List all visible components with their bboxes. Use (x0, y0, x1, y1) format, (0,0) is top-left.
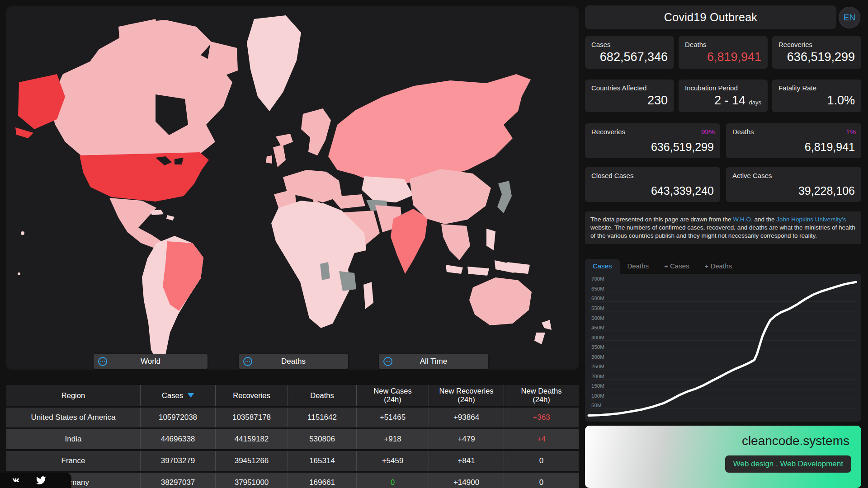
card-recoveries-pct-label: Recoveries (591, 128, 714, 136)
app-header: Covid19 Outbreak (585, 5, 836, 29)
table-row[interactable]: France3970327939451266165314+5459+8410 (6, 451, 579, 471)
tab-deaths[interactable]: Deaths (620, 259, 657, 274)
map-region-philippines[interactable] (486, 229, 495, 250)
table-cell: 0 (504, 451, 579, 471)
twitter-icon[interactable] (36, 475, 46, 485)
svg-text:300M: 300M (591, 354, 604, 360)
table-cell: +5459 (356, 451, 429, 471)
column-header: New Recoveries (24h) (429, 385, 504, 406)
map-region-brazil[interactable] (163, 241, 203, 311)
map-region-japan[interactable] (497, 181, 512, 213)
card-fatality-label: Fatality Rate (778, 84, 855, 92)
disclaimer-text-3: website. The numbers of confirmed cases,… (590, 224, 855, 239)
svg-text:550M: 550M (591, 305, 604, 311)
map-region-hawaii[interactable] (21, 231, 24, 235)
map-region-india[interactable] (391, 209, 428, 274)
card-fatality-value: 1.0% (827, 94, 855, 108)
sort-desc-icon[interactable] (188, 393, 194, 398)
table-row[interactable]: Germany38297037379510001696610+149000 (6, 473, 579, 488)
svg-text:650M: 650M (591, 286, 604, 291)
tab-new-cases[interactable]: + Cases (656, 259, 697, 274)
map-filter-world[interactable]: World (94, 354, 208, 369)
map-region-madagascar[interactable] (363, 282, 373, 309)
footer-tagline-pill[interactable]: Web design . Web Development (725, 455, 851, 473)
map-region-new-zealand[interactable] (534, 320, 552, 344)
disclaimer-text-2: and the (753, 216, 777, 223)
table-cell: 38297037 (140, 473, 215, 488)
table-cell: +363 (504, 408, 579, 427)
table-cell: India (6, 429, 140, 449)
card-incubation-unit: days (749, 99, 761, 106)
map-region-uk[interactable] (266, 145, 286, 167)
map-filter-alltime[interactable]: All Time (379, 354, 488, 369)
map-region-australia[interactable] (469, 277, 532, 325)
map-region-indonesia[interactable] (446, 260, 516, 276)
table-cell: 530806 (288, 429, 356, 449)
map-region-iceland[interactable] (276, 134, 293, 146)
map-region-mexico[interactable] (109, 198, 163, 249)
tab-cases[interactable]: Cases (585, 259, 620, 274)
svg-text:250M: 250M (591, 364, 604, 369)
john-hopkins-link[interactable]: John Hopkins University's (776, 216, 846, 223)
table-cell: 37951000 (215, 473, 288, 488)
ellipsis-circle-icon (383, 357, 392, 366)
card-closed-cases: Closed Cases 643,339,240 (585, 167, 720, 202)
table-cell: United States of America (6, 408, 140, 427)
table-cell: +918 (356, 429, 429, 449)
table-cell: 103587178 (215, 408, 288, 427)
card-deaths: Deaths 6,819,941 (679, 36, 768, 69)
column-header: Deaths (288, 385, 356, 406)
table-cell: 169661 (288, 473, 356, 488)
card-closed-value: 643,339,240 (651, 184, 714, 197)
column-header: New Deaths (24h) (504, 385, 579, 406)
card-recoveries-percent: Recoveries 99% 636,519,299 (585, 123, 720, 158)
table-row[interactable]: United States of America1059720381035871… (6, 408, 579, 427)
table-cell: 44696338 (140, 429, 215, 449)
who-link[interactable]: W.H.O. (733, 216, 753, 223)
svg-text:200M: 200M (591, 374, 604, 379)
ellipsis-circle-icon (98, 357, 107, 366)
card-deaths-value: 6,819,941 (707, 50, 761, 64)
card-recoveries-label: Recoveries (778, 41, 855, 48)
card-fatality-rate: Fatality Rate 1.0% (772, 80, 861, 112)
table-cell: +841 (429, 451, 504, 471)
svg-text:450M: 450M (591, 325, 604, 330)
svg-text:600M: 600M (591, 296, 604, 301)
map-region-scandinavia[interactable] (301, 108, 331, 155)
table-cell: 39451266 (215, 451, 288, 471)
card-countries-label: Countries Affected (591, 84, 668, 92)
vk-icon[interactable] (11, 475, 21, 485)
card-active-label: Active Cases (732, 172, 855, 179)
column-header[interactable]: Cases (140, 385, 215, 406)
card-active-cases: Active Cases 39,228,106 (726, 167, 861, 202)
map-region-caribbean[interactable] (150, 210, 175, 221)
map-region-russia[interactable] (328, 74, 531, 183)
world-map[interactable] (6, 6, 579, 370)
svg-text:350M: 350M (591, 344, 604, 350)
svg-text:100M: 100M (591, 393, 604, 399)
footer-ad-card[interactable]: cleancode.systems Web design . Web Devel… (585, 426, 861, 488)
disclaimer-text-1: The data presented on this page are draw… (590, 216, 733, 223)
tab-new-deaths[interactable]: + Deaths (697, 259, 740, 274)
table-row[interactable]: India4469633844159182530806+918+479+4 (6, 429, 579, 449)
map-filter-deaths[interactable]: Deaths (239, 354, 348, 369)
map-region-greenland[interactable] (247, 15, 301, 111)
countries-table: RegionCasesRecoveriesDeathsNew Cases (24… (6, 385, 579, 488)
table-cell: France (6, 451, 140, 471)
map-region-island-1[interactable] (18, 272, 20, 275)
card-deaths-pct-label: Deaths (732, 128, 855, 136)
map-region-usa[interactable] (80, 152, 209, 202)
card-closed-label: Closed Cases (591, 172, 714, 179)
language-button[interactable]: EN (839, 7, 860, 28)
map-region-new-guinea[interactable] (507, 262, 530, 274)
cases-line-chart[interactable]: 50M100M150M200M250M300M350M400M450M500M5… (585, 274, 861, 422)
map-region-se-asia[interactable] (441, 224, 470, 260)
table-cell: +93864 (429, 408, 504, 427)
column-header: Region (6, 385, 140, 406)
table-cell: 105972038 (140, 408, 215, 427)
svg-text:50M: 50M (591, 403, 601, 408)
card-recoveries: Recoveries 636,519,299 (772, 36, 861, 69)
card-active-value: 39,228,106 (798, 184, 855, 197)
ellipsis-circle-icon (243, 357, 252, 366)
card-cases-label: Cases (591, 41, 668, 48)
